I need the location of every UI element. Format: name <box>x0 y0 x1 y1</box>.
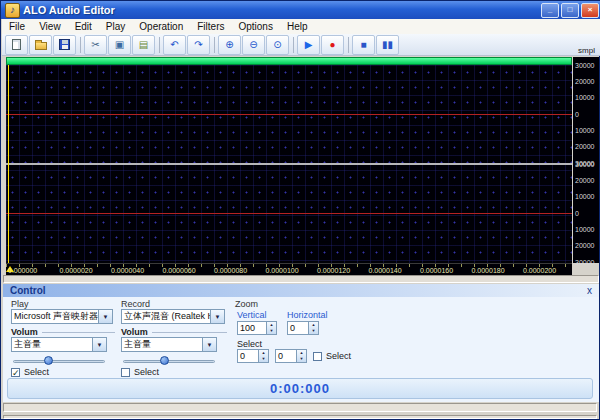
menu-item-play[interactable]: Play <box>99 19 132 34</box>
record-volume-slider[interactable] <box>123 357 215 366</box>
paste-icon: ▤ <box>139 40 148 50</box>
cut-button[interactable]: ✂ <box>84 35 107 55</box>
toolbar: ✂▣▤↶↷⊕⊖⊙▶●■▮▮ <box>2 34 600 56</box>
zoom-out-icon: ⊖ <box>249 40 257 50</box>
menu-item-options[interactable]: Options <box>231 19 279 34</box>
menu-item-view[interactable]: View <box>32 19 68 34</box>
dropdown-arrow-icon[interactable]: ▼ <box>202 338 216 351</box>
menu-item-help[interactable]: Help <box>280 19 315 34</box>
toolbar-separator <box>214 37 215 53</box>
record-volume-value: 主音量 <box>122 338 202 351</box>
new-button[interactable] <box>5 35 28 55</box>
copy-button[interactable]: ▣ <box>108 35 131 55</box>
menu-item-edit[interactable]: Edit <box>68 19 99 34</box>
checkbox-icon[interactable] <box>121 368 130 377</box>
new-document-icon <box>12 39 21 50</box>
record-group: Record 立体声混音 (Realtek High D ▼ Volum 主音量… <box>121 297 227 375</box>
dropdown-arrow-icon[interactable]: ▼ <box>92 338 106 351</box>
spinner-arrows-icon[interactable]: ▲▼ <box>296 350 306 362</box>
play-volume-slider[interactable] <box>13 357 105 366</box>
select-end-spinner[interactable]: 0 ▲▼ <box>275 349 307 363</box>
zoom-fit-button[interactable]: ⊙ <box>266 35 289 55</box>
time-ruler-label: 0.0000200 <box>523 267 556 274</box>
record-select-checkbox[interactable]: Select <box>121 367 159 377</box>
spinner-arrows-icon[interactable]: ▲▼ <box>266 322 276 334</box>
zoom-select-checkbox-label: Select <box>326 351 351 361</box>
overview-bar[interactable] <box>6 57 572 65</box>
toolbar-separator <box>293 37 294 53</box>
zoom-select-label: Select <box>237 339 262 349</box>
close-button[interactable]: × <box>581 3 599 18</box>
amplitude-label: 0 <box>575 111 579 118</box>
record-device-combo[interactable]: 立体声混音 (Realtek High D ▼ <box>121 309 225 324</box>
spinner-arrows-icon[interactable]: ▲▼ <box>258 350 268 362</box>
zoom-out-button[interactable]: ⊖ <box>242 35 265 55</box>
play-select-checkbox[interactable]: ✓ Select <box>11 367 49 377</box>
amplitude-label: 10000 <box>575 193 594 200</box>
menu-item-file[interactable]: File <box>2 19 32 34</box>
pause-icon: ▮▮ <box>382 40 393 50</box>
cut-icon: ✂ <box>91 40 99 50</box>
zoom-in-button[interactable]: ⊕ <box>218 35 241 55</box>
minimize-button[interactable]: _ <box>541 3 559 18</box>
save-floppy-icon <box>59 39 70 50</box>
record-volume-combo[interactable]: 主音量 ▼ <box>121 337 217 352</box>
play-button[interactable]: ▶ <box>297 35 320 55</box>
zoom-select-checkbox[interactable]: Select <box>313 351 351 361</box>
zoom-fit-icon: ⊙ <box>273 40 281 50</box>
paste-button[interactable]: ▤ <box>132 35 155 55</box>
record-select-label: Select <box>134 367 159 377</box>
time-ruler-label: 0.0000100 <box>266 267 299 274</box>
save-button[interactable] <box>53 35 76 55</box>
slider-thumb[interactable] <box>160 356 169 365</box>
time-display: 0:00:000 <box>7 378 593 399</box>
waveform-display[interactable] <box>6 65 572 263</box>
select-start-spinner[interactable]: 0 ▲▼ <box>237 349 269 363</box>
play-volume-value: 主音量 <box>12 338 92 351</box>
time-ruler-label: 0.0000080 <box>214 267 247 274</box>
play-volume-combo[interactable]: 主音量 ▼ <box>11 337 107 352</box>
stop-button[interactable]: ■ <box>352 35 375 55</box>
amplitude-label: 20000 <box>575 78 594 85</box>
play-device-value: Microsoft 声音映射器 <box>12 310 98 323</box>
open-button[interactable] <box>29 35 52 55</box>
time-ruler-label: 0.0000060 <box>163 267 196 274</box>
checkbox-icon[interactable] <box>313 352 322 361</box>
play-device-combo[interactable]: Microsoft 声音映射器 ▼ <box>11 309 113 324</box>
menu-item-operation[interactable]: Operation <box>132 19 190 34</box>
amplitude-label: 10000 <box>575 127 594 134</box>
zoom-vertical-spinner[interactable]: 100 ▲▼ <box>237 321 277 335</box>
app-icon: ♪ <box>5 3 20 18</box>
record-button[interactable]: ● <box>321 35 344 55</box>
time-ruler-label: 0.0000020 <box>60 267 93 274</box>
redo-icon: ↷ <box>194 40 202 50</box>
rate-strip: Rate <box>3 275 599 283</box>
record-label: Record <box>121 299 150 309</box>
playback-cursor[interactable] <box>8 65 9 263</box>
toolbar-separator <box>348 37 349 53</box>
amplitude-label: 20000 <box>575 242 594 249</box>
zoom-horizontal-label: Horizontal <box>287 310 328 320</box>
spinner-arrows-icon[interactable]: ▲▼ <box>308 322 318 334</box>
dropdown-arrow-icon[interactable]: ▼ <box>210 310 224 323</box>
menu-item-filters[interactable]: Filters <box>190 19 231 34</box>
slider-thumb[interactable] <box>44 356 53 365</box>
dropdown-arrow-icon[interactable]: ▼ <box>98 310 112 323</box>
maximize-button[interactable]: □ <box>561 3 579 18</box>
pause-button[interactable]: ▮▮ <box>376 35 399 55</box>
control-panel-header: Control x <box>3 284 599 297</box>
window-title: ALO Audio Editor <box>23 4 539 16</box>
zoom-horizontal-spinner[interactable]: 0 ▲▼ <box>287 321 319 335</box>
zoom-label: Zoom <box>235 299 258 309</box>
redo-button[interactable]: ↷ <box>187 35 210 55</box>
control-panel-close-button[interactable]: x <box>587 284 592 297</box>
play-group: Play Microsoft 声音映射器 ▼ Volum 主音量 ▼ ✓ Sel… <box>11 297 115 375</box>
checkbox-icon[interactable]: ✓ <box>11 368 20 377</box>
time-ruler-label: 0.0000160 <box>420 267 453 274</box>
amplitude-label: 10000 <box>575 226 594 233</box>
toolbar-separator <box>80 37 81 53</box>
zoom-horizontal-value: 0 <box>288 322 308 334</box>
open-folder-icon <box>35 42 47 50</box>
undo-button[interactable]: ↶ <box>163 35 186 55</box>
time-ruler[interactable]: 0.0000000.00000200.00000400.00000600.000… <box>6 263 572 275</box>
